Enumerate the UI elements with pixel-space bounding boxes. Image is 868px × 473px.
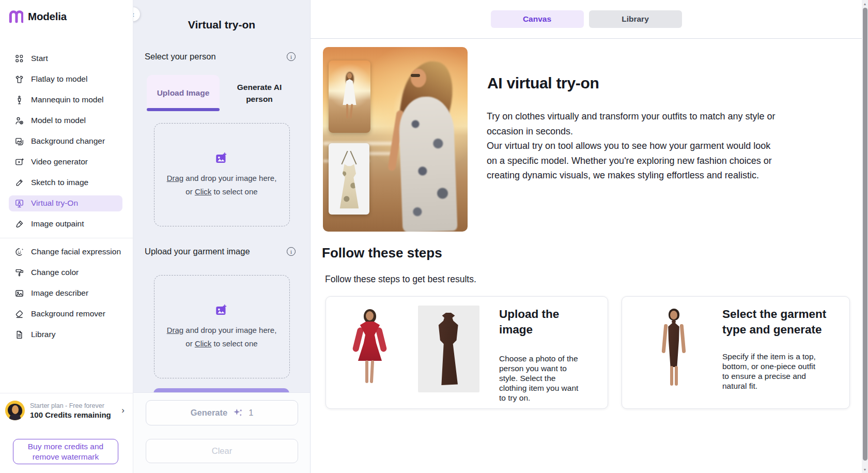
scroll-up-arrow-icon[interactable]: ▲ [862, 0, 868, 7]
info-icon[interactable]: i [287, 247, 296, 256]
sidebar-item-background-changer[interactable]: Background changer [0, 131, 133, 151]
grid-icon [14, 53, 24, 64]
sidebar-item-change-facial-expression[interactable]: Change facial expression [0, 241, 133, 262]
sidebar-item-model-to-model[interactable]: Model to model [0, 110, 133, 131]
hero-inset-garment-photo [329, 143, 369, 215]
sidebar-item-label: Change facial expression [31, 247, 121, 256]
tab-library[interactable]: Library [589, 10, 682, 28]
sparkles-icon [233, 407, 243, 418]
main-area: Canvas Library AI virtual try-on Try on … [311, 0, 862, 473]
step-card-upload: Upload the image Choose a photo of the p… [326, 296, 608, 409]
sidebar-item-label: Image describer [31, 288, 88, 298]
page-description: Try on clothes virtually and transform y… [487, 109, 779, 183]
sketch-icon [14, 177, 24, 188]
hero-inset-person-photo [329, 60, 370, 133]
sidebar-divider [0, 238, 133, 238]
clear-button[interactable]: Clear [146, 439, 298, 463]
sidebar-item-label: Start [31, 54, 48, 63]
sidebar-item-label: Change color [31, 268, 79, 277]
page-title: AI virtual try-on [487, 74, 599, 92]
tab-upload-image[interactable]: Upload Image [147, 75, 220, 111]
sidebar-item-sketch-to-image[interactable]: Sketch to image [0, 172, 133, 193]
sidebar-item-label: Video generator [31, 157, 88, 166]
person-image-dropzone[interactable]: Drag and drop your image here, or Click … [154, 123, 290, 226]
result-example-image [644, 306, 703, 392]
tool-panel: ‹ Virtual try-on Select your person i Up… [133, 0, 311, 473]
steps-subtitle: Follow these steps to get best results. [325, 274, 476, 285]
garment-image-dropzone[interactable]: Drag and drop your image here, or Click … [154, 275, 290, 378]
background-changer-icon [14, 136, 24, 146]
card-body: Choose a photo of the person you want to… [499, 354, 581, 403]
sidebar-item-mannequin-to-model[interactable]: Mannequin to model [0, 89, 133, 110]
card-body: Specify if the item is a top, bottom, or… [722, 352, 819, 391]
generate-label: Generate [191, 408, 228, 418]
tab-canvas[interactable]: Canvas [491, 10, 584, 28]
main-tabbar: Canvas Library [311, 0, 862, 39]
sidebar-nav: Start Flatlay to model Mannequin to mode… [0, 48, 133, 345]
document-icon [14, 329, 24, 340]
person-source-tabs: Upload Image Generate AI person [147, 75, 310, 111]
card-title: Select the garment type and generate [722, 307, 846, 338]
modelia-logo-icon [8, 9, 23, 24]
sidebar-item-change-color[interactable]: Change color [0, 262, 133, 283]
person-swap-icon [14, 115, 24, 126]
select-person-row: Select your person i [145, 52, 296, 62]
face-icon [14, 247, 24, 257]
sidebar-item-label: Background changer [31, 136, 105, 146]
info-icon[interactable]: i [287, 52, 296, 61]
person-example-image [335, 306, 400, 392]
click-to-select-link[interactable]: Click [195, 187, 212, 196]
image-plus-icon [214, 151, 229, 168]
chevron-right-icon: › [121, 405, 127, 416]
plan-row[interactable]: Starter plan - Free forever 100 Credits … [4, 400, 128, 421]
sidebar-item-background-remover[interactable]: Background remover [0, 303, 133, 324]
paint-roller-icon [14, 267, 24, 278]
card-title: Upload the image [499, 307, 582, 338]
window-scrollbar[interactable]: ▲ ▼ [862, 0, 868, 473]
dropzone-hint: Drag and drop your image here, or Click … [167, 324, 277, 350]
sidebar-item-video-generator[interactable]: Video generator [0, 151, 133, 172]
image-plus-icon [214, 303, 229, 320]
garment-example-image [418, 306, 479, 392]
panel-footer: Generate 1 Clear [133, 392, 310, 473]
sidebar-item-library[interactable]: Library [0, 324, 133, 345]
step-card-garment-type: Select the garment type and generate Spe… [622, 296, 850, 409]
drag-link: Drag [167, 174, 184, 182]
sidebar-item-label: Model to model [31, 116, 86, 125]
generate-button[interactable]: Generate 1 [146, 400, 298, 425]
sidebar-item-virtual-try-on[interactable]: Virtual try-On [9, 195, 122, 211]
scroll-down-arrow-icon[interactable]: ▼ [862, 466, 868, 473]
plan-name: Starter plan - Free forever [30, 402, 116, 409]
sidebar-item-label: Flatlay to model [31, 74, 87, 84]
app-logo[interactable]: Modelia [8, 9, 67, 24]
avatar [5, 401, 25, 420]
scrollbar-thumb[interactable] [863, 8, 867, 461]
garment-row: Upload your garment image i [145, 247, 296, 256]
mannequin-icon [14, 95, 24, 105]
sidebar-item-image-outpaint[interactable]: Image outpaint [0, 213, 133, 234]
sidebar: Modelia Start Flatlay to model Mannequin… [0, 0, 133, 473]
paintbrush-icon [14, 219, 24, 229]
sidebar-item-label: Sketch to image [31, 178, 88, 187]
sidebar-item-label: Virtual try-On [31, 199, 78, 208]
sidebar-item-label: Library [31, 330, 55, 339]
sidebar-item-label: Image outpaint [31, 219, 84, 228]
sidebar-item-flatlay-to-model[interactable]: Flatlay to model [0, 69, 133, 89]
plan-section: Starter plan - Free forever 100 Credits … [0, 393, 133, 473]
tshirt-icon [14, 74, 24, 84]
steps-title: Follow these steps [322, 245, 442, 261]
image-icon [14, 288, 24, 298]
eraser-icon [14, 309, 24, 319]
sidebar-item-image-describer[interactable]: Image describer [0, 283, 133, 303]
sidebar-item-label: Mannequin to model [31, 95, 103, 104]
drag-link: Drag [167, 326, 184, 334]
click-to-select-link[interactable]: Click [195, 339, 212, 348]
credits-remaining: 100 Credits remaining [30, 410, 116, 419]
tab-generate-ai-person[interactable]: Generate AI person [228, 75, 291, 111]
sidebar-item-label: Background remover [31, 309, 105, 318]
buy-credits-button[interactable]: Buy more credits and remove watermark [13, 439, 118, 464]
video-icon [14, 157, 24, 167]
sidebar-item-start[interactable]: Start [0, 48, 133, 69]
dropzone-hint: Drag and drop your image here, or Click … [167, 172, 277, 199]
panel-title: Virtual try-on [133, 19, 310, 31]
